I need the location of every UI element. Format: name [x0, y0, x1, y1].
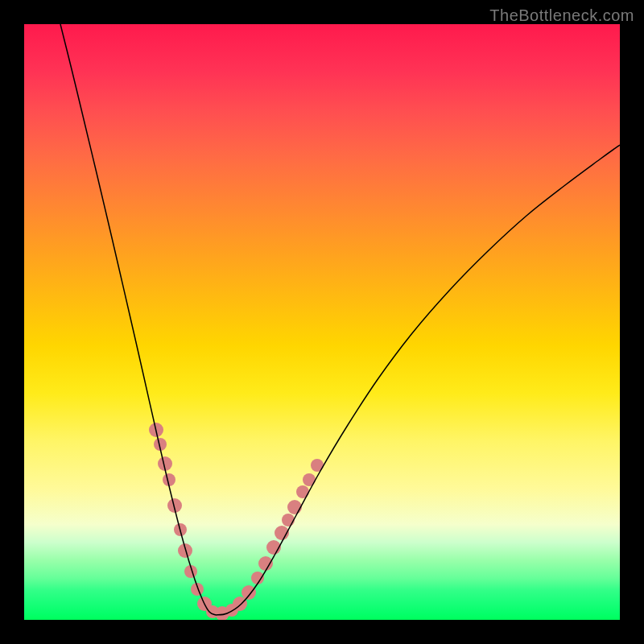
data-dot: [258, 556, 273, 571]
data-dot: [282, 514, 295, 526]
data-dot: [178, 543, 192, 558]
data-dot: [242, 585, 256, 600]
data-dot: [287, 500, 302, 514]
chart-svg: [24, 24, 620, 620]
watermark-label: TheBottleneck.com: [489, 6, 634, 25]
data-dot: [191, 583, 204, 596]
left-curve: [60, 24, 216, 615]
dots-group: [149, 423, 324, 620]
data-dot: [251, 572, 264, 584]
data-dot: [296, 485, 309, 498]
